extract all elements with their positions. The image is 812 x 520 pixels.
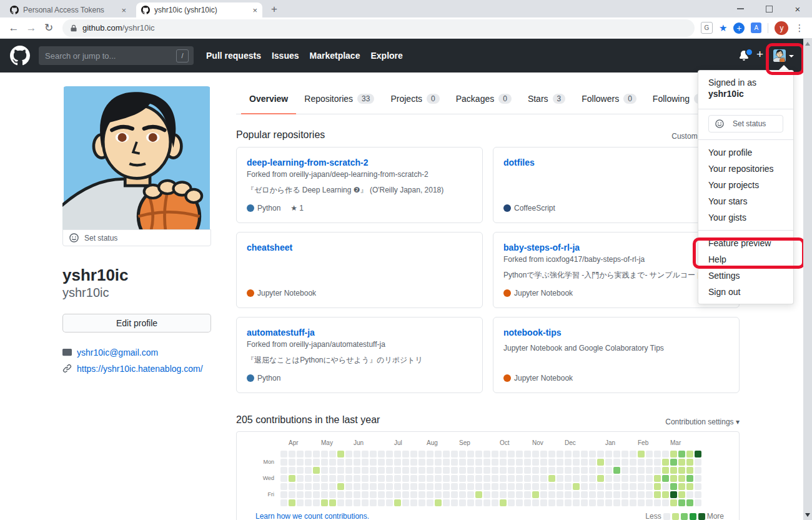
contribution-cell[interactable]: [475, 451, 482, 458]
contribution-cell[interactable]: [378, 475, 385, 482]
contribution-cell[interactable]: [402, 467, 409, 474]
contribution-cell[interactable]: [573, 475, 580, 482]
contribution-cell[interactable]: [313, 459, 320, 466]
contribution-cell[interactable]: [394, 499, 401, 506]
contribution-cell[interactable]: [548, 451, 555, 458]
tab-close-icon[interactable]: ×: [252, 6, 257, 15]
contribution-cell[interactable]: [459, 467, 466, 474]
contribution-cell[interactable]: [548, 459, 555, 466]
contribution-cell[interactable]: [686, 475, 693, 482]
contribution-cell[interactable]: [695, 499, 701, 506]
contribution-cell[interactable]: [337, 451, 344, 458]
contribution-cell[interactable]: [524, 467, 531, 474]
contribution-cell[interactable]: [321, 467, 328, 474]
github-logo-icon[interactable]: [10, 46, 30, 66]
repo-star-count[interactable]: ★1: [290, 204, 303, 212]
contribution-settings-dropdown[interactable]: Contribution settings ▾: [665, 418, 740, 426]
contribution-cell[interactable]: [613, 499, 620, 506]
contribution-cell[interactable]: [678, 451, 685, 458]
contribution-cell[interactable]: [354, 459, 360, 466]
contribution-cell[interactable]: [508, 459, 515, 466]
contribution-cell[interactable]: [654, 467, 661, 474]
contribution-cell[interactable]: [329, 491, 336, 498]
contribution-cell[interactable]: [654, 459, 661, 466]
contribution-cell[interactable]: [589, 499, 596, 506]
contribution-cell[interactable]: [451, 483, 458, 490]
contribution-cell[interactable]: [557, 467, 563, 474]
contribution-cell[interactable]: [573, 459, 580, 466]
contribution-cell[interactable]: [451, 499, 458, 506]
contribution-cell[interactable]: [321, 483, 328, 490]
contribution-cell[interactable]: [516, 467, 523, 474]
contribution-cell[interactable]: [475, 499, 482, 506]
contribution-cell[interactable]: [638, 475, 645, 482]
contribution-cell[interactable]: [337, 475, 344, 482]
contribution-cell[interactable]: [654, 475, 661, 482]
contribution-cell[interactable]: [443, 491, 450, 498]
contribution-cell[interactable]: [289, 459, 295, 466]
contribution-cell[interactable]: [500, 475, 507, 482]
contribution-cell[interactable]: [565, 467, 572, 474]
contribution-cell[interactable]: [565, 451, 572, 458]
contribution-cell[interactable]: [581, 483, 588, 490]
contribution-cell[interactable]: [280, 483, 287, 490]
contribution-cell[interactable]: [654, 483, 661, 490]
repo-link[interactable]: baby-steps-of-rl-ja: [503, 242, 729, 252]
contribution-cell[interactable]: [573, 491, 580, 498]
contribution-cell[interactable]: [695, 467, 701, 474]
contribution-cell[interactable]: [483, 499, 490, 506]
contribution-cell[interactable]: [540, 483, 547, 490]
contribution-cell[interactable]: [297, 467, 304, 474]
contribution-cell[interactable]: [678, 467, 685, 474]
contribution-cell[interactable]: [321, 475, 328, 482]
contribution-cell[interactable]: [573, 467, 580, 474]
contribution-cell[interactable]: [670, 499, 677, 506]
contribution-cell[interactable]: [589, 475, 596, 482]
contribution-cell[interactable]: [678, 459, 685, 466]
contribution-cell[interactable]: [621, 467, 628, 474]
contribution-cell[interactable]: [467, 459, 474, 466]
contribution-cell[interactable]: [646, 451, 653, 458]
contribution-cell[interactable]: [386, 451, 393, 458]
contribution-cell[interactable]: [565, 459, 572, 466]
contribution-cell[interactable]: [354, 467, 360, 474]
contribution-cell[interactable]: [605, 483, 612, 490]
contribution-cell[interactable]: [678, 491, 685, 498]
contribution-cell[interactable]: [321, 459, 328, 466]
set-status-button[interactable]: Set status: [62, 229, 211, 246]
contribution-cell[interactable]: [670, 475, 677, 482]
contribution-cell[interactable]: [483, 475, 490, 482]
contribution-cell[interactable]: [435, 491, 442, 498]
contribution-cell[interactable]: [305, 467, 312, 474]
contribution-cell[interactable]: [646, 475, 653, 482]
contribution-cell[interactable]: [337, 491, 344, 498]
contribution-cell[interactable]: [508, 491, 515, 498]
contribution-cell[interactable]: [280, 459, 287, 466]
contribution-cell[interactable]: [427, 483, 433, 490]
contribution-cell[interactable]: [500, 499, 507, 506]
repo-link[interactable]: dotfiles: [503, 158, 729, 168]
forward-button[interactable]: →: [22, 22, 40, 34]
contribution-cell[interactable]: [451, 491, 458, 498]
contribution-cell[interactable]: [589, 459, 596, 466]
contribution-cell[interactable]: [362, 491, 369, 498]
contribution-cell[interactable]: [321, 491, 328, 498]
browser-tab-active[interactable]: yshr10ic (yshr10ic) ×: [136, 2, 262, 18]
contribution-cell[interactable]: [646, 483, 653, 490]
contribution-cell[interactable]: [524, 459, 531, 466]
contribution-cell[interactable]: [613, 475, 620, 482]
contribution-cell[interactable]: [345, 467, 352, 474]
contribution-cell[interactable]: [329, 483, 336, 490]
contribution-cell[interactable]: [565, 483, 572, 490]
contribution-cell[interactable]: [402, 491, 409, 498]
contribution-cell[interactable]: [662, 467, 669, 474]
contribution-cell[interactable]: [540, 459, 547, 466]
contribution-cell[interactable]: [297, 483, 304, 490]
contribution-cell[interactable]: [686, 467, 693, 474]
contribution-cell[interactable]: [516, 459, 523, 466]
contribution-cell[interactable]: [297, 491, 304, 498]
contribution-cell[interactable]: [492, 483, 498, 490]
contribution-cell[interactable]: [321, 451, 328, 458]
contribution-cell[interactable]: [459, 459, 466, 466]
menu-item-your-profile[interactable]: Your profile: [698, 144, 793, 161]
